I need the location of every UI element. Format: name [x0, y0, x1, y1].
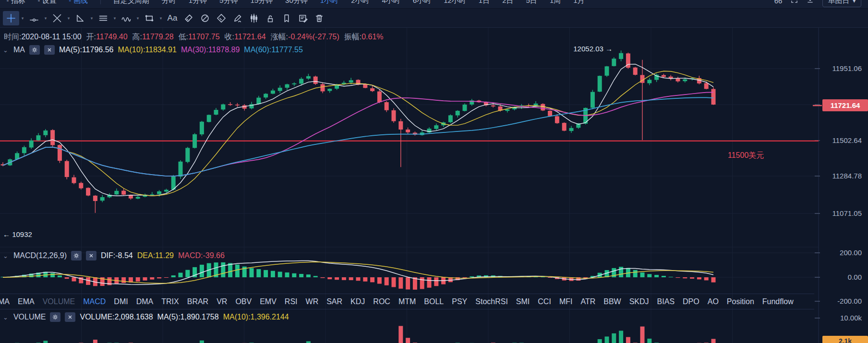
- tab-emv[interactable]: EMV: [260, 297, 277, 306]
- volume-value: VOLUME:2,098.1638: [80, 313, 153, 321]
- tab-boll[interactable]: BOLL: [424, 297, 444, 306]
- dea-value: DEA:11.29: [137, 251, 174, 260]
- gear-icon: [52, 314, 59, 320]
- ma10-value: MA(10):11834.91: [118, 46, 176, 54]
- tab-rsi[interactable]: RSI: [285, 297, 298, 306]
- open-label: 开:: [86, 33, 96, 41]
- ohlc-info-row: 时间:2020-08-11 15:00 开:11749.40 高:11779.2…: [4, 32, 384, 42]
- high-value: 11779.28: [142, 33, 174, 41]
- ma10-line: [3, 71, 713, 196]
- price-axis-label: 11951.06: [816, 64, 865, 72]
- tab-volume[interactable]: VOLUME: [43, 297, 75, 306]
- tab-wr[interactable]: WR: [306, 297, 319, 306]
- indicator-tabs-bar: MAEMAVOLUMEMACDDMIDMATRIXBRARVROBVEMVRSI…: [0, 294, 814, 309]
- volume-ma10-value: MA(10):1,396.2144: [223, 313, 289, 321]
- tab-psy[interactable]: PSY: [452, 297, 467, 306]
- price-axis-label: 11071.05: [816, 209, 865, 217]
- gear-icon: [31, 47, 38, 53]
- close-icon: [88, 253, 94, 259]
- price-axis-label: 11284.78: [816, 172, 865, 180]
- tab-trix[interactable]: TRIX: [161, 297, 179, 306]
- low-value: 11707.75: [188, 33, 220, 41]
- volume-indicator-name: VOLUME: [13, 313, 46, 321]
- close-label: 收:: [225, 33, 234, 41]
- tab-ma[interactable]: MA: [0, 297, 10, 306]
- tab-ao[interactable]: AO: [708, 297, 719, 306]
- macd-axis-label: -200.00: [816, 297, 865, 305]
- current-volume-badge: 2.1k: [822, 336, 868, 343]
- close-value: 11721.64: [234, 33, 266, 41]
- ma-indicator-row: ⌄ MA MA(5):11796.56 MA(10):11834.91 MA(3…: [3, 44, 303, 56]
- tab-bias[interactable]: BIAS: [657, 297, 675, 306]
- price-axis-label: 11502.64: [816, 136, 865, 144]
- ma-settings-button[interactable]: [29, 45, 40, 55]
- volume-indicator-row: ⌄ VOLUME VOLUME:2,098.1638 MA(5):1,890.1…: [3, 311, 289, 323]
- macd-axis-label: 200.00: [816, 248, 865, 257]
- time-label: 时间:: [4, 33, 21, 41]
- macd-histogram: [1, 262, 716, 290]
- tab-smi[interactable]: SMI: [516, 297, 530, 306]
- close-icon: [47, 47, 52, 53]
- ma30-line: [3, 92, 713, 176]
- peak-price-annotation: 12052.03 →: [556, 45, 613, 53]
- volume-axis-label: 10.00k: [816, 314, 865, 322]
- macd-value: MACD:-39.66: [178, 251, 225, 260]
- amplitude-value: 0.61%: [362, 33, 383, 41]
- tab-macd[interactable]: MACD: [83, 297, 106, 306]
- alert-price-annotation: 11500美元: [728, 151, 764, 161]
- volume-close-button[interactable]: [65, 312, 75, 322]
- candlestick-series: [1, 50, 716, 213]
- chevron-down-icon[interactable]: ⌄: [3, 314, 8, 321]
- tab-kdj[interactable]: KDJ: [350, 297, 365, 306]
- macd-indicator-name: MACD(12,26,9): [13, 251, 67, 260]
- ma-close-button[interactable]: [44, 45, 55, 55]
- tab-brar[interactable]: BRAR: [187, 297, 208, 306]
- close-icon: [67, 314, 73, 320]
- tab-roc[interactable]: ROC: [373, 297, 390, 306]
- tab-atr[interactable]: ATR: [580, 297, 595, 306]
- high-label: 高:: [133, 33, 142, 41]
- low-price-annotation: ← 10932: [3, 230, 32, 238]
- tab-mfi[interactable]: MFI: [559, 297, 573, 306]
- ma-indicator-name: MA: [13, 46, 25, 54]
- chevron-down-icon[interactable]: ⌄: [3, 252, 8, 260]
- tab-obv[interactable]: OBV: [235, 297, 252, 306]
- amplitude-label: 振幅:: [344, 33, 362, 41]
- gear-icon: [73, 252, 80, 259]
- tab-vr[interactable]: VR: [217, 297, 227, 306]
- low-label: 低:: [179, 33, 188, 41]
- tab-mtm[interactable]: MTM: [398, 297, 416, 306]
- ma5-value: MA(5):11796.56: [59, 46, 114, 54]
- tab-dmi[interactable]: DMI: [114, 297, 128, 306]
- macd-close-button[interactable]: [86, 251, 96, 260]
- tab-dpo[interactable]: DPO: [683, 297, 699, 306]
- current-price-badge: 11721.64: [822, 99, 868, 111]
- tab-cci[interactable]: CCI: [538, 297, 551, 306]
- ma60-line: [3, 97, 713, 176]
- tab-position[interactable]: Position: [727, 297, 754, 306]
- trading-terminal: ▫指标▫设置▫画线自定义周期分时1分钟5分钟15分钟30分钟1小时2小时4小时6…: [0, 0, 868, 343]
- ma30-value: MA(30):11878.89: [181, 46, 240, 54]
- macd-axis-label: 0.00: [816, 273, 865, 281]
- volume-settings-button[interactable]: [50, 312, 60, 322]
- volume-series: [1, 326, 716, 343]
- volume-ma5-value: MA(5):1,890.1758: [157, 313, 219, 321]
- tab-bbw[interactable]: BBW: [603, 297, 621, 306]
- open-value: 11749.40: [96, 33, 128, 41]
- tab-ema[interactable]: EMA: [18, 297, 35, 306]
- change-label: 涨幅:: [271, 33, 288, 41]
- tab-sar[interactable]: SAR: [326, 297, 342, 306]
- ma60-value: MA(60):11777.55: [244, 46, 302, 54]
- chevron-down-icon[interactable]: ⌄: [3, 47, 8, 54]
- macd-settings-button[interactable]: [71, 251, 82, 260]
- tab-fundflow[interactable]: Fundflow: [762, 297, 794, 306]
- change-value: -0.24%(-27.75): [288, 33, 339, 41]
- macd-indicator-row: ⌄ MACD(12,26,9) DIF:-8.54 DEA:11.29 MACD…: [3, 250, 225, 261]
- time-value: 2020-08-11 15:00: [21, 33, 81, 41]
- tab-dma[interactable]: DMA: [136, 297, 154, 306]
- dif-value: DIF:-8.54: [101, 251, 133, 260]
- tab-skdj[interactable]: SKDJ: [629, 297, 649, 306]
- tab-stochrsi[interactable]: StochRSI: [475, 297, 508, 306]
